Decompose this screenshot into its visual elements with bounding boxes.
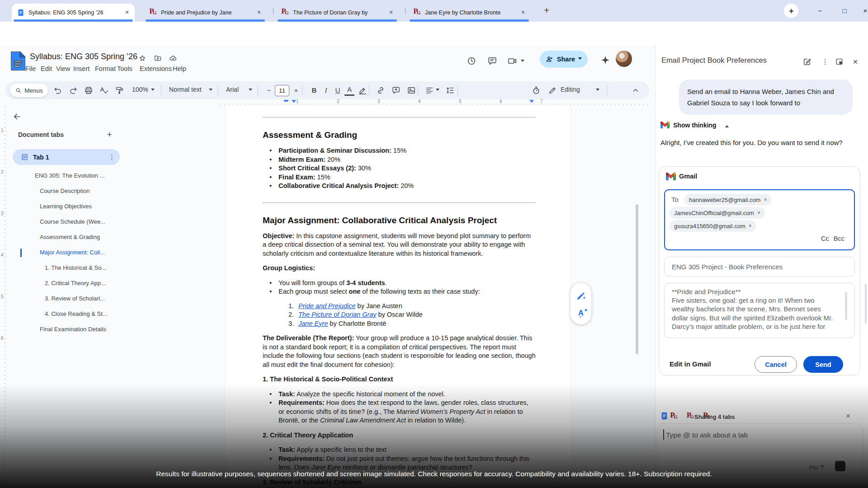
zoom-select[interactable]: 100% <box>132 86 148 93</box>
menus-search-button[interactable]: Menus <box>10 84 48 97</box>
underline-button[interactable]: U <box>333 85 343 96</box>
new-tab-button[interactable]: + <box>541 5 552 16</box>
menu-file[interactable]: File <box>24 64 37 74</box>
increase-font-size[interactable]: + <box>291 85 301 96</box>
menu-extensions[interactable]: Extensions <box>139 64 173 74</box>
redo-icon[interactable] <box>69 86 78 95</box>
outline-item-2[interactable]: Course Description <box>20 183 133 199</box>
tab-close-icon[interactable]: × <box>519 9 527 17</box>
vertical-ruler[interactable]: 123456 <box>0 107 6 488</box>
font-size-input[interactable]: 11 <box>275 85 289 96</box>
menu-edit[interactable]: Edit <box>40 64 53 74</box>
browser-tab-1[interactable]: Syllabus: ENG 305 Spring ’26× <box>12 4 135 22</box>
font-select[interactable]: Arial <box>226 86 239 93</box>
panel-open-window-icon[interactable] <box>835 57 844 66</box>
document-page[interactable]: Assessment & Grading•Participation & Sem… <box>225 105 571 488</box>
proofread-icon[interactable]: A✦✓ <box>578 309 584 317</box>
document-link[interactable]: Pride and Prejudice <box>298 302 356 310</box>
outline-item-11[interactable]: Final Examination Details <box>20 322 133 337</box>
panel-more-icon[interactable]: ⋮ <box>821 57 830 67</box>
share-button[interactable]: Share <box>540 51 588 68</box>
window-close-button[interactable]: × <box>858 5 868 17</box>
decrease-font-size[interactable]: − <box>264 85 274 96</box>
show-thinking-toggle[interactable]: Show thinking <box>673 121 717 130</box>
outline-item-8[interactable]: 2. Critical Theory App... <box>20 276 133 291</box>
menu-insert[interactable]: Insert <box>72 64 90 74</box>
gemini-icon[interactable] <box>600 55 610 65</box>
collapse-toolbar-icon[interactable] <box>631 86 640 95</box>
outline-item-9[interactable]: 3. Review of Scholarl... <box>20 291 133 306</box>
document-title[interactable]: Syllabus: ENG 305 Spring ’26 <box>30 52 137 61</box>
move-folder-icon[interactable] <box>154 54 162 62</box>
menu-view[interactable]: View <box>55 64 71 74</box>
sharing-close-icon[interactable]: × <box>844 411 853 422</box>
italic-button[interactable]: I <box>321 85 331 96</box>
text-color-button[interactable]: A <box>344 85 354 96</box>
recipient-chip[interactable]: JamesChinOfficial@gmail.com× <box>670 207 765 219</box>
insert-link-icon[interactable] <box>376 86 385 95</box>
menu-format[interactable]: Format <box>94 64 117 74</box>
outline-item-1[interactable]: ENG 305: The Evolution ... <box>20 168 133 183</box>
menu-help[interactable]: Help <box>172 64 187 74</box>
browser-tab-4[interactable]: PGJane Eyre by Charlotte Bronte× <box>408 4 531 22</box>
docs-profile-avatar[interactable] <box>616 51 632 67</box>
indent-marker[interactable] <box>284 100 288 102</box>
edit-in-gmail-button[interactable]: Edit in Gmail <box>670 360 711 368</box>
left-indent-marker[interactable] <box>292 100 296 105</box>
sidebar-tab-1[interactable]: Tab 1 ⋮ <box>13 149 120 165</box>
insert-image-icon[interactable] <box>407 86 416 95</box>
star-document-icon[interactable] <box>138 54 146 62</box>
tab-options-icon[interactable]: ⋮ <box>108 153 115 161</box>
meet-video-icon[interactable] <box>507 56 517 66</box>
paragraph-style-select[interactable]: Normal text <box>169 86 202 93</box>
help-me-write-icon[interactable] <box>576 291 586 301</box>
remove-recipient-icon[interactable]: × <box>749 223 752 229</box>
cc-button[interactable]: Cc <box>821 235 829 242</box>
bold-button[interactable]: B <box>309 85 319 96</box>
editing-mode-select[interactable]: Editing <box>561 86 580 93</box>
editing-mode-pencil-icon[interactable] <box>548 86 557 95</box>
bcc-button[interactable]: Bcc <box>834 235 844 242</box>
spellcheck-icon[interactable] <box>99 86 108 95</box>
window-maximize-button[interactable]: □ <box>837 5 852 17</box>
tab-organizer-sparkle-icon[interactable] <box>784 4 798 18</box>
outline-item-3[interactable]: Learning Objectives <box>20 199 133 214</box>
send-button[interactable]: Send <box>803 356 843 373</box>
document-scrollbar[interactable] <box>636 204 638 354</box>
document-content[interactable]: Assessment & Grading•Participation & Sem… <box>225 117 570 488</box>
add-tab-icon[interactable]: + <box>104 129 115 140</box>
document-link[interactable]: Jane Eyre <box>298 320 328 327</box>
google-docs-logo-icon[interactable] <box>11 52 25 70</box>
menu-tools[interactable]: Tools <box>116 64 133 74</box>
panel-compose-icon[interactable] <box>802 57 811 66</box>
timer-icon[interactable] <box>532 86 541 95</box>
remove-recipient-icon[interactable]: × <box>757 210 760 216</box>
paint-format-icon[interactable] <box>115 86 124 95</box>
tab-close-icon[interactable]: × <box>123 9 131 17</box>
browser-tab-3[interactable]: PGThe Picture of Dorian Gray by× <box>276 4 399 22</box>
right-indent-marker[interactable] <box>529 100 534 105</box>
add-comment-icon[interactable] <box>392 86 401 95</box>
print-icon[interactable] <box>84 86 93 95</box>
cancel-button[interactable]: Cancel <box>755 356 797 373</box>
outline-item-7[interactable]: 1. The Historical & So... <box>20 260 133 276</box>
outline-item-5[interactable]: Assessment & Grading <box>20 230 133 245</box>
outline-item-4[interactable]: Course Schedule (Wee... <box>20 214 133 230</box>
body-scrollbar[interactable] <box>845 292 847 320</box>
browser-tab-2[interactable]: PGPride and Prejudice by Jane× <box>144 4 267 22</box>
undo-icon[interactable] <box>53 86 62 95</box>
chevron-up-icon[interactable] <box>725 123 729 127</box>
line-spacing-icon[interactable] <box>446 86 455 95</box>
remove-recipient-icon[interactable]: × <box>764 197 767 203</box>
recipient-chip[interactable]: gsouza415650@gmail.com× <box>670 220 756 232</box>
panel-scrollbar[interactable] <box>865 284 867 324</box>
tab-close-icon[interactable]: × <box>255 9 263 17</box>
align-icon[interactable] <box>425 86 434 95</box>
window-minimize-button[interactable]: − <box>813 5 827 17</box>
meet-dropdown-icon[interactable] <box>521 60 524 64</box>
highlight-color-icon[interactable] <box>358 86 367 95</box>
tab-close-icon[interactable]: × <box>387 9 395 17</box>
version-history-icon[interactable] <box>467 56 476 66</box>
outline-item-6[interactable]: Major Assignment: Coll... <box>20 245 133 260</box>
panel-close-icon[interactable]: × <box>850 56 860 68</box>
